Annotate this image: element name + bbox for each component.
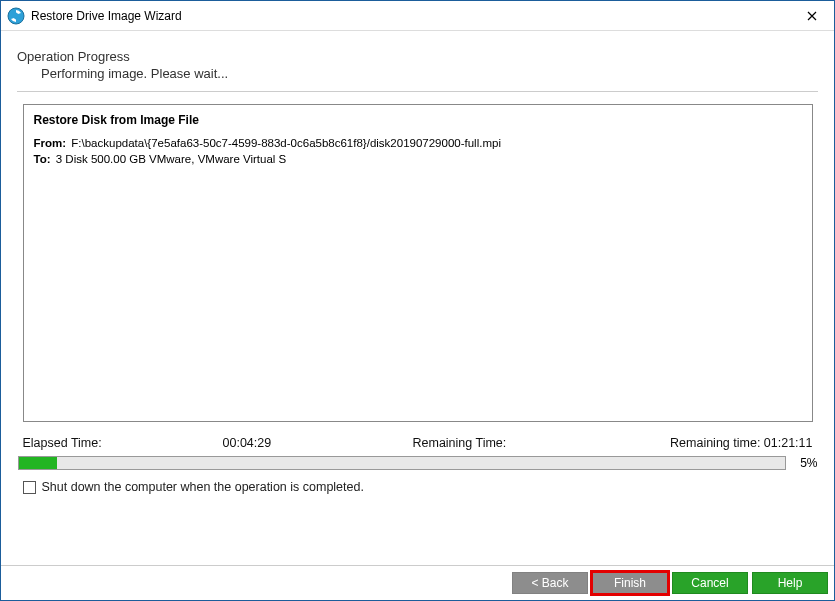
- progress-fill: [19, 457, 57, 469]
- to-label: To:: [34, 153, 51, 165]
- shutdown-label: Shut down the computer when the operatio…: [42, 480, 364, 494]
- finish-button[interactable]: Finish: [592, 572, 668, 594]
- help-button[interactable]: Help: [752, 572, 828, 594]
- cancel-button[interactable]: Cancel: [672, 572, 748, 594]
- panel-title: Restore Disk from Image File: [34, 113, 802, 127]
- from-label: From:: [34, 137, 67, 149]
- progress-bar: [18, 456, 786, 470]
- time-row: Elapsed Time: 00:04:29 Remaining Time: R…: [23, 436, 813, 450]
- to-value: 3 Disk 500.00 GB VMware, VMware Virtual …: [56, 153, 287, 165]
- progress-row: 5%: [18, 456, 818, 470]
- progress-percent: 5%: [792, 456, 818, 470]
- titlebar: Restore Drive Image Wizard: [1, 1, 834, 31]
- window-title: Restore Drive Image Wizard: [31, 9, 182, 23]
- divider: [17, 91, 818, 92]
- app-icon: [7, 7, 25, 25]
- footer: < Back Finish Cancel Help: [1, 565, 834, 600]
- remaining-label: Remaining Time:: [413, 436, 623, 450]
- back-button[interactable]: < Back: [512, 572, 588, 594]
- details-panel: Restore Disk from Image File From: F:\ba…: [23, 104, 813, 422]
- shutdown-option[interactable]: Shut down the computer when the operatio…: [23, 480, 813, 494]
- close-button[interactable]: [789, 1, 834, 30]
- remaining-value: Remaining time: 01:21:11: [623, 436, 813, 450]
- from-value: F:\backupdata\{7e5afa63-50c7-4599-883d-0…: [71, 137, 501, 149]
- elapsed-label: Elapsed Time:: [23, 436, 223, 450]
- from-row: From: F:\backupdata\{7e5afa63-50c7-4599-…: [34, 135, 802, 151]
- elapsed-value: 00:04:29: [223, 436, 413, 450]
- to-row: To: 3 Disk 500.00 GB VMware, VMware Virt…: [34, 151, 802, 167]
- operation-subtitle: Performing image. Please wait...: [41, 66, 818, 81]
- shutdown-checkbox[interactable]: [23, 481, 36, 494]
- operation-title: Operation Progress: [17, 49, 818, 64]
